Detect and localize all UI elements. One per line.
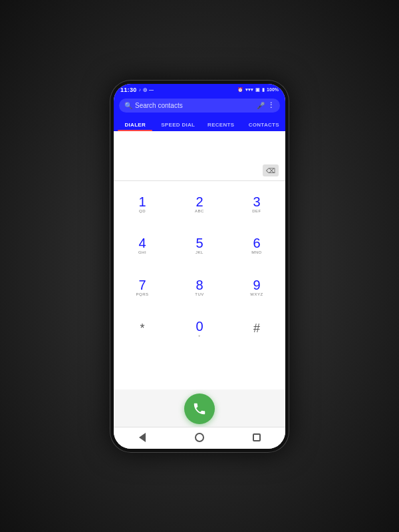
- status-right: ⏰ ▾▾▾ ▣ ▮ 100%: [237, 87, 279, 93]
- search-bar: 🔍 Search contacts 🎤 ⋮: [114, 95, 285, 118]
- input-row: ⌫: [114, 161, 285, 181]
- key-star[interactable]: *: [114, 308, 171, 349]
- mic-icon[interactable]: 🎤: [257, 102, 265, 109]
- call-button-row: [114, 390, 285, 427]
- key-0[interactable]: 0 +: [171, 308, 228, 349]
- battery-level: 100%: [267, 87, 279, 92]
- status-bar: 11:30 ♪ ◎ — ⏰ ▾▾▾ ▣ ▮ 100%: [114, 84, 285, 95]
- dash-icon: —: [149, 87, 154, 92]
- alarm-icon: ⏰: [237, 87, 243, 93]
- nav-recents-button[interactable]: [251, 431, 263, 443]
- key-8[interactable]: 8 TUV: [171, 266, 228, 308]
- tab-speed-dial[interactable]: SPEED DIAL: [157, 118, 200, 131]
- key-1[interactable]: 1 QD: [114, 184, 171, 225]
- sim-icon: ▣: [255, 87, 260, 93]
- phone-screen: 11:30 ♪ ◎ — ⏰ ▾▾▾ ▣ ▮ 100% 🔍 Search cont…: [114, 84, 285, 449]
- music-icon: ♪: [139, 87, 142, 92]
- key-9[interactable]: 9 WXYZ: [228, 266, 285, 308]
- recents-icon: [253, 433, 261, 441]
- headset-icon: ◎: [143, 87, 147, 93]
- battery-icon: ▮: [262, 87, 265, 93]
- key-4[interactable]: 4 GHI: [114, 225, 171, 266]
- status-time: 11:30: [120, 87, 137, 93]
- search-placeholder: Search contacts: [135, 102, 254, 109]
- keypad: 1 QD 2 ABC 3 DEF 4 GHI 5 JKL: [114, 181, 285, 390]
- key-hash[interactable]: #: [228, 308, 285, 349]
- nav-home-button[interactable]: [194, 431, 205, 443]
- phone-device: 11:30 ♪ ◎ — ⏰ ▾▾▾ ▣ ▮ 100% 🔍 Search cont…: [110, 80, 289, 453]
- key-3[interactable]: 3 DEF: [228, 184, 285, 225]
- key-2[interactable]: 2 ABC: [171, 184, 228, 225]
- tab-contacts[interactable]: CONTACTS: [243, 118, 286, 131]
- key-6[interactable]: 6 MNO: [228, 225, 285, 266]
- navigation-bar: [114, 427, 285, 449]
- backspace-button[interactable]: ⌫: [263, 164, 279, 176]
- signal-icon: ▾▾▾: [245, 87, 253, 93]
- tab-recents[interactable]: RECENTS: [200, 118, 243, 131]
- search-input-container[interactable]: 🔍 Search contacts 🎤 ⋮: [119, 99, 280, 113]
- home-icon: [195, 433, 204, 442]
- tab-bar: DIALER SPEED DIAL RECENTS CONTACTS: [114, 118, 285, 131]
- dialer-body: ⌫ 1 QD 2 ABC 3 DEF 4: [114, 131, 285, 427]
- call-button[interactable]: [184, 394, 215, 424]
- search-icon: 🔍: [124, 102, 132, 109]
- display-area: [114, 131, 285, 161]
- key-7[interactable]: 7 PQRS: [114, 266, 171, 308]
- tab-dialer[interactable]: DIALER: [114, 118, 157, 131]
- phone-icon: [192, 401, 207, 416]
- status-left: 11:30 ♪ ◎ —: [120, 87, 154, 93]
- nav-back-button[interactable]: [136, 431, 148, 443]
- back-icon: [139, 433, 146, 442]
- key-5[interactable]: 5 JKL: [171, 225, 228, 266]
- more-options-icon[interactable]: ⋮: [267, 101, 275, 110]
